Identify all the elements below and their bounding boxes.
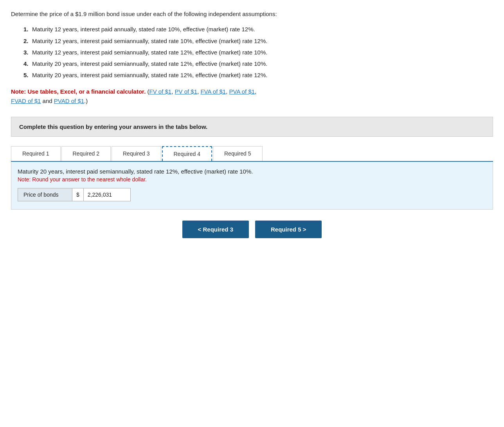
pvad-link[interactable]: PVAD of $1 (54, 98, 84, 104)
dollar-sign: $ (72, 188, 84, 201)
fva-link[interactable]: FVA of $1 (200, 88, 226, 95)
assumption-2-text: Maturity 12 years, interest paid semiann… (32, 36, 267, 45)
assumption-2-num: 2. (23, 36, 30, 45)
assumptions-list: 1. Maturity 12 years, interest paid annu… (11, 25, 493, 80)
assumption-1-text: Maturity 12 years, interest paid annuall… (32, 25, 255, 34)
tab-required-1[interactable]: Required 1 (11, 146, 61, 161)
assumption-5: 5. Maturity 20 years, interest paid semi… (23, 71, 493, 80)
next-button[interactable]: Required 5 > (255, 221, 322, 238)
tab-content-note: Note: Round your answer to the nearest w… (18, 176, 486, 183)
tabs-row: Required 1 Required 2 Required 3 Require… (11, 146, 493, 162)
assumption-3-num: 3. (23, 48, 30, 57)
assumption-1-num: 1. (23, 25, 30, 34)
pv-link[interactable]: PV of $1 (175, 88, 198, 95)
assumption-3-text: Maturity 12 years, interest paid semiann… (32, 48, 267, 57)
pva-link[interactable]: PVA of $1 (229, 88, 255, 95)
fvad-link[interactable]: FVAD of $1 (11, 98, 41, 104)
tabs-area: Required 1 Required 2 Required 3 Require… (11, 146, 493, 210)
note-bold-red: Note: Use tables, Excel, or a financial … (11, 88, 146, 95)
price-of-bonds-value[interactable]: 2,226,031 (84, 188, 131, 201)
tab-required-3[interactable]: Required 3 (112, 146, 161, 161)
tab-content-description: Maturity 20 years, interest paid semiann… (18, 168, 486, 175)
assumption-5-text: Maturity 20 years, interest paid semiann… (32, 71, 267, 80)
price-of-bonds-label: Price of bonds (18, 188, 72, 201)
complete-box: Complete this question by entering your … (11, 117, 493, 137)
prev-button[interactable]: < Required 3 (182, 221, 249, 238)
assumption-5-num: 5. (23, 71, 30, 80)
fv-link[interactable]: FV of $1 (149, 88, 171, 95)
tab-required-5[interactable]: Required 5 (213, 146, 263, 161)
answer-row: Price of bonds $ 2,226,031 (18, 188, 486, 201)
tab-required-2[interactable]: Required 2 (61, 146, 111, 161)
assumption-1: 1. Maturity 12 years, interest paid annu… (23, 25, 493, 34)
assumption-4-text: Maturity 20 years, interest paid semiann… (32, 59, 267, 68)
assumption-3: 3. Maturity 12 years, interest paid semi… (23, 48, 493, 57)
intro-text: Determine the price of a $1.9 million bo… (11, 9, 493, 18)
complete-box-text: Complete this question by entering your … (19, 123, 485, 130)
nav-buttons: < Required 3 Required 5 > (11, 221, 493, 238)
note-line: Note: Use tables, Excel, or a financial … (11, 87, 493, 106)
tab-content: Maturity 20 years, interest paid semiann… (11, 162, 493, 210)
tab-required-4[interactable]: Required 4 (162, 146, 212, 161)
assumption-2: 2. Maturity 12 years, interest paid semi… (23, 36, 493, 45)
assumption-4-num: 4. (23, 59, 30, 68)
assumption-4: 4. Maturity 20 years, interest paid semi… (23, 59, 493, 68)
